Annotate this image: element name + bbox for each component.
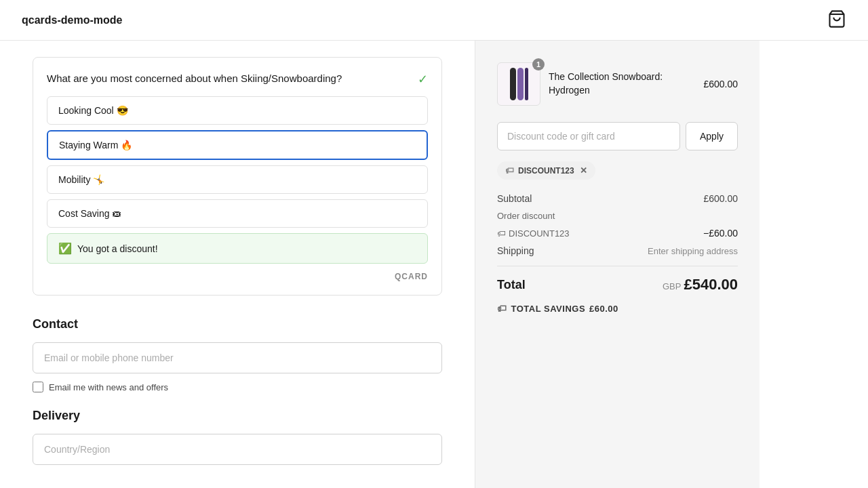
qcard-check-icon: ✓	[418, 71, 428, 88]
tag-icon: 🏷	[505, 165, 514, 176]
product-name: The Collection Snowboard: Hydrogen	[549, 70, 695, 97]
newsletter-checkbox[interactable]	[33, 382, 43, 392]
delivery-section: Delivery	[33, 409, 442, 473]
total-value-wrapper: GBP £540.00	[663, 276, 738, 293]
savings-value: £60.00	[589, 304, 618, 314]
newsletter-label: Email me with news and offers	[49, 382, 168, 392]
option-mobility[interactable]: Mobility 🤸	[47, 165, 428, 194]
newsletter-row: Email me with news and offers	[33, 382, 442, 392]
svg-rect-3	[525, 68, 528, 100]
savings-row: 🏷 TOTAL SAVINGS £60.00	[497, 303, 738, 314]
discount-input[interactable]	[497, 122, 680, 150]
qcard-branding: QCARD	[47, 272, 428, 281]
shipping-label: Shipping	[497, 245, 534, 256]
discount-tag-icon-small: 🏷	[497, 228, 506, 239]
svg-rect-2	[517, 68, 524, 100]
qcard-question: What are you most concerned about when S…	[47, 71, 428, 85]
product-row: 1 The Collection Snowboard: Hydrogen £60…	[497, 62, 738, 106]
subtotal-value: £600.00	[703, 193, 738, 204]
cart-button[interactable]	[827, 9, 846, 31]
contact-title: Contact	[33, 317, 442, 331]
savings-tag-icon: 🏷	[497, 303, 507, 314]
option-staying-warm[interactable]: Staying Warm 🔥	[47, 130, 428, 160]
country-input[interactable]	[33, 434, 442, 465]
divider	[497, 266, 738, 266]
remove-discount-button[interactable]: ✕	[580, 165, 587, 176]
shipping-row: Shipping Enter shipping address	[497, 245, 738, 256]
product-image-wrapper: 1	[497, 62, 540, 106]
discount-row: Apply	[497, 122, 738, 150]
discount-code-display: 🏷 DISCOUNT123	[497, 228, 570, 239]
left-panel: What are you most concerned about when S…	[0, 41, 475, 488]
delivery-title: Delivery	[33, 409, 442, 423]
check-circle-icon: ✅	[58, 242, 72, 255]
discount-code-label: DISCOUNT123	[518, 166, 574, 176]
total-label: Total	[497, 278, 526, 292]
contact-section: Contact Email me with news and offers	[33, 317, 442, 392]
site-title: qcards-demo-mode	[22, 14, 122, 26]
savings-label: TOTAL SAVINGS	[511, 304, 586, 314]
option-cost-saving[interactable]: Cost Saving 🎟	[47, 199, 428, 228]
shipping-value: Enter shipping address	[648, 246, 738, 256]
total-currency: GBP	[663, 281, 681, 291]
product-quantity-badge: 1	[532, 58, 545, 70]
main-layout: What are you most concerned about when S…	[0, 41, 868, 488]
option-looking-cool[interactable]: Looking Cool 😎	[47, 96, 428, 125]
subtotal-row: Subtotal £600.00	[497, 193, 738, 204]
subtotal-label: Subtotal	[497, 193, 532, 204]
apply-discount-button[interactable]: Apply	[686, 122, 738, 150]
right-panel: 1 The Collection Snowboard: Hydrogen £60…	[475, 41, 760, 488]
order-discount-label: Order discount	[497, 211, 555, 221]
total-row: Total GBP £540.00	[497, 276, 738, 293]
discount-code-row: 🏷 DISCOUNT123 −£60.00	[497, 228, 738, 239]
discount-success-banner: ✅ You got a discount!	[47, 233, 428, 264]
svg-rect-1	[510, 68, 516, 100]
total-value: £540.00	[684, 276, 738, 293]
shopping-bag-icon	[827, 9, 846, 28]
snowboard-icon	[506, 65, 532, 103]
applied-discount-tag: 🏷 DISCOUNT123 ✕	[497, 161, 595, 180]
order-discount-row: Order discount	[497, 211, 738, 221]
email-input[interactable]	[33, 342, 442, 373]
product-price: £600.00	[703, 79, 738, 89]
discount-amount: −£60.00	[703, 228, 738, 239]
header: qcards-demo-mode	[0, 0, 868, 41]
qcard-widget: What are you most concerned about when S…	[33, 57, 442, 296]
